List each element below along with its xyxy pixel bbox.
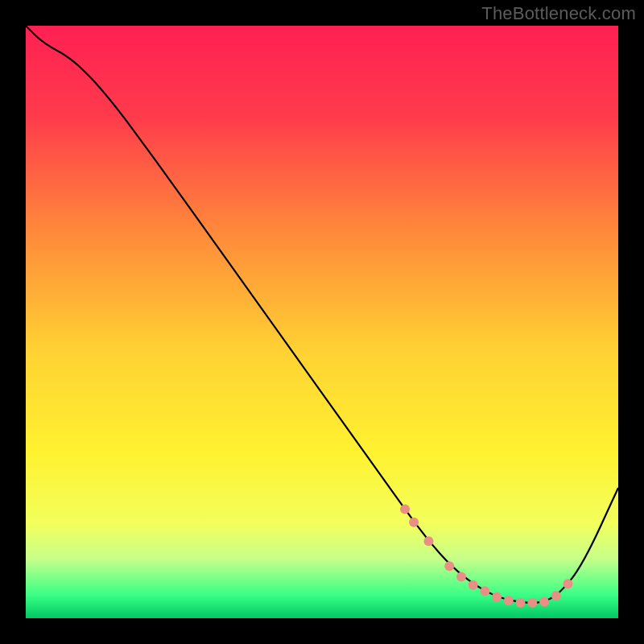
gradient-background xyxy=(26,26,618,618)
highlight-dot xyxy=(504,596,514,605)
chart-frame: TheBottleneck.com xyxy=(0,0,644,644)
plot-area xyxy=(26,26,618,618)
highlight-dot xyxy=(423,536,433,546)
highlight-dot xyxy=(480,586,489,596)
highlight-dot xyxy=(456,572,466,581)
highlight-dot xyxy=(469,580,478,590)
highlight-dot xyxy=(400,505,410,514)
highlight-dot xyxy=(492,592,502,602)
watermark-text: TheBottleneck.com xyxy=(481,3,636,24)
highlight-dot xyxy=(539,597,549,606)
highlight-dot xyxy=(516,598,526,608)
chart-svg xyxy=(26,26,618,618)
highlight-dot xyxy=(563,579,572,588)
highlight-dot xyxy=(409,518,419,527)
highlight-dot xyxy=(444,561,454,571)
highlight-dot xyxy=(527,598,537,608)
highlight-dot xyxy=(551,591,561,601)
